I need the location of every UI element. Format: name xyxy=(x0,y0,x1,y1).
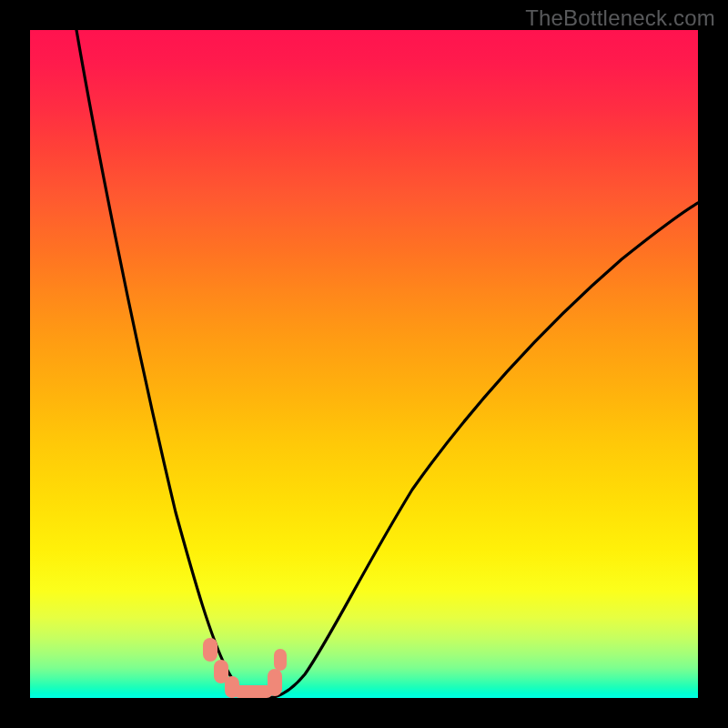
bottleneck-curve xyxy=(30,30,698,698)
marker-bar xyxy=(233,685,273,698)
marker-dot xyxy=(274,649,287,671)
watermark-text: TheBottleneck.com xyxy=(525,5,715,31)
plot-area xyxy=(30,30,698,698)
minimum-marker-group xyxy=(203,638,287,698)
outer-frame: TheBottleneck.com xyxy=(0,0,728,728)
marker-dot xyxy=(268,669,282,696)
marker-dot xyxy=(203,638,217,662)
curve-path xyxy=(76,30,698,698)
